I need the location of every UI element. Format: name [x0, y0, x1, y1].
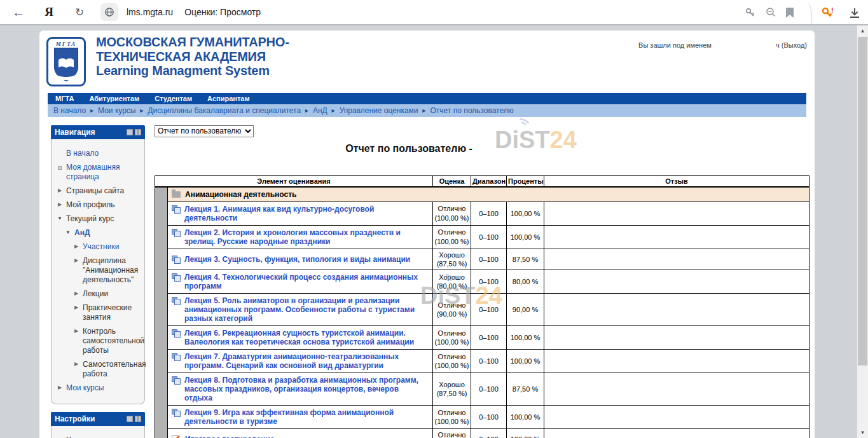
- block-dock-icon[interactable]: [135, 416, 141, 422]
- item-name-cell: Лекция 7. Драматургия анимационно-театра…: [168, 350, 433, 373]
- report-type-select[interactable]: Отчет по пользователю: [155, 125, 254, 137]
- navigation-item-9: ▶Практические занятия: [57, 303, 142, 322]
- percent-cell: 100,00 %: [507, 406, 544, 429]
- address-tab-edge: [803, 2, 812, 24]
- grade-report-table: Элемент оценивания Оценка Диапазон Проце…: [155, 175, 809, 438]
- block-collapse-icon[interactable]: [127, 129, 133, 135]
- percent-cell: 80,00 %: [507, 270, 544, 294]
- tree-collapsed-icon[interactable]: ▶: [57, 200, 63, 210]
- range-cell: 0–100: [471, 326, 507, 350]
- grade-item-link[interactable]: Лекция 8. Подготовка и разработка анимац…: [184, 376, 429, 402]
- grade-item-row-7: Лекция 7. Драматургия анимационно-театра…: [155, 350, 809, 373]
- address-url[interactable]: lms.mgta.ru: [127, 7, 173, 17]
- navigation-label-5[interactable]: АнД: [74, 228, 90, 238]
- logout-link[interactable]: ч (Выход): [776, 41, 807, 49]
- grade-item-link[interactable]: Лекция 2. История и хронология массовых …: [184, 228, 429, 246]
- block-dock-icon[interactable]: [135, 129, 141, 135]
- tree-expanded-icon[interactable]: ▼: [57, 214, 63, 224]
- breadcrumb-link-5[interactable]: Отчет по пользователю: [431, 106, 514, 115]
- settings-block: Настройки ▼Управление оценкамиОбзорный о…: [51, 412, 145, 438]
- svg-text:!: !: [831, 6, 834, 14]
- yandex-logo-icon[interactable]: Я: [39, 3, 59, 22]
- grade-item-link[interactable]: Лекция 6. Рекреационная сущность туристс…: [184, 329, 429, 346]
- navigation-label-0[interactable]: В начало: [66, 149, 99, 158]
- hierarchy-strip: [155, 270, 168, 294]
- browser-scrollbar[interactable]: ▲ ▼: [857, 25, 868, 438]
- feedback-cell: [544, 249, 809, 270]
- breadcrumb-link-0[interactable]: В начало: [53, 106, 86, 115]
- refresh-icon[interactable]: ↻: [70, 3, 89, 22]
- grade-item-link[interactable]: Лекция 3. Сущность, функция, типология и…: [184, 255, 410, 264]
- grade-item-link[interactable]: Лекция 5. Роль аниматоров в организации …: [184, 296, 429, 323]
- breadcrumb-link-3[interactable]: АнД: [313, 106, 327, 115]
- navigation-item-6: ▶Участники: [57, 242, 142, 252]
- back-icon[interactable]: ←: [9, 3, 28, 22]
- tree-collapsed-icon[interactable]: ▶: [73, 289, 79, 299]
- grade-item-row-5: Лекция 5. Роль аниматоров в организации …: [155, 294, 809, 326]
- academy-shield-icon: [52, 47, 80, 83]
- tree-expanded-icon[interactable]: ▼: [65, 228, 71, 238]
- tree-collapsed-icon[interactable]: ▶: [57, 186, 63, 196]
- grade-item-link[interactable]: Лекция 7. Драматургия анимационно-театра…: [184, 352, 429, 370]
- lesson-icon: [172, 297, 181, 305]
- hierarchy-strip: [155, 225, 168, 249]
- zoom-search-icon[interactable]: [765, 7, 776, 18]
- navigation-label-12[interactable]: Мои курсы: [66, 383, 104, 393]
- grade-cell: Хорошо(87,50 %): [433, 373, 471, 406]
- grade-item-link[interactable]: Итоговое тестирование: [185, 435, 275, 438]
- grade-cell: Отлично(100,00 %): [433, 202, 471, 225]
- item-name-cell: Лекция 3. Сущность, функция, типология и…: [168, 249, 433, 270]
- tree-collapsed-icon[interactable]: ▶: [73, 360, 79, 379]
- breadcrumb-link-4[interactable]: Управление оценками: [340, 106, 418, 115]
- scroll-down-icon[interactable]: ▼: [857, 427, 868, 438]
- breadcrumb-link-2[interactable]: Дисциплины бакалавриата и специалитета: [148, 106, 301, 115]
- top-menu-item-2[interactable]: Студентам: [147, 95, 200, 102]
- tree-collapsed-icon[interactable]: ▶: [73, 303, 79, 322]
- navigation-block: Навигация В началоМоя домашняя страница▶…: [51, 125, 145, 404]
- breadcrumb-separator: ►: [331, 107, 336, 114]
- academy-logo: МГТА: [46, 37, 86, 86]
- grade-item-row-3: Лекция 3. Сущность, функция, типология и…: [155, 249, 809, 270]
- navigation-label-10: Контроль самостоятельной работы: [83, 327, 144, 355]
- percent-cell: 90,00 %: [507, 294, 544, 326]
- key-icon[interactable]: [745, 7, 756, 18]
- settings-label-0: Управление оценками: [66, 435, 142, 438]
- top-menu-item-1[interactable]: Абитуриентам: [81, 95, 147, 102]
- range-cell: 0–100: [471, 225, 507, 249]
- folder-icon: [172, 191, 181, 198]
- scroll-up-icon[interactable]: ▲: [857, 25, 868, 36]
- top-menu-item-0[interactable]: МГТА: [48, 95, 81, 102]
- scrollbar-thumb[interactable]: [858, 37, 867, 366]
- feedback-cell: [544, 202, 809, 225]
- block-collapse-icon[interactable]: [127, 416, 133, 422]
- percent-cell: 100,00 %: [507, 350, 544, 373]
- password-alert-icon[interactable]: !: [821, 6, 835, 19]
- navigation-tree: В началоМоя домашняя страница▶Страницы с…: [51, 139, 145, 404]
- category-label: Анимационная деятельность: [185, 190, 296, 199]
- percent-cell: 87,50 %: [507, 373, 544, 406]
- bookmark-icon[interactable]: [785, 8, 794, 18]
- tree-spacer: [57, 149, 63, 158]
- tree-collapsed-icon[interactable]: ▶: [73, 242, 79, 252]
- navigation-label-6[interactable]: Участники: [83, 242, 119, 252]
- top-menu-item-3[interactable]: Аспирантам: [200, 95, 257, 102]
- tree-collapsed-icon[interactable]: ▶: [73, 256, 79, 285]
- download-icon[interactable]: [850, 8, 859, 18]
- hierarchy-strip: [155, 187, 168, 202]
- report-area: Отчет по пользователю Отчет по пользоват…: [155, 125, 809, 438]
- range-cell: 0–100: [471, 294, 507, 326]
- item-name-cell: Лекция 2. История и хронология массовых …: [168, 225, 433, 249]
- hierarchy-strip: [155, 429, 168, 438]
- grade-item-link[interactable]: Лекция 9. Игра как эффективная форма ани…: [184, 408, 429, 426]
- range-cell: 0–100: [471, 202, 507, 225]
- address-page-title[interactable]: Оценки: Просмотр: [184, 7, 261, 17]
- grade-item-link[interactable]: Лекция 1. Анимация как вид культурно-дос…: [184, 205, 429, 222]
- grade-item-link[interactable]: Лекция 4. Технологический процесс создан…: [184, 273, 429, 291]
- navigation-label-1[interactable]: Моя домашняя страница: [66, 163, 142, 182]
- breadcrumb-link-1[interactable]: Мои курсы: [98, 106, 135, 115]
- site-globe-chip[interactable]: [100, 3, 118, 21]
- tree-collapsed-icon[interactable]: ▶: [57, 383, 63, 393]
- navigation-label-8: Лекции: [83, 289, 108, 299]
- tree-expanded-icon[interactable]: ▼: [57, 435, 63, 438]
- tree-collapsed-icon[interactable]: ▶: [73, 327, 79, 355]
